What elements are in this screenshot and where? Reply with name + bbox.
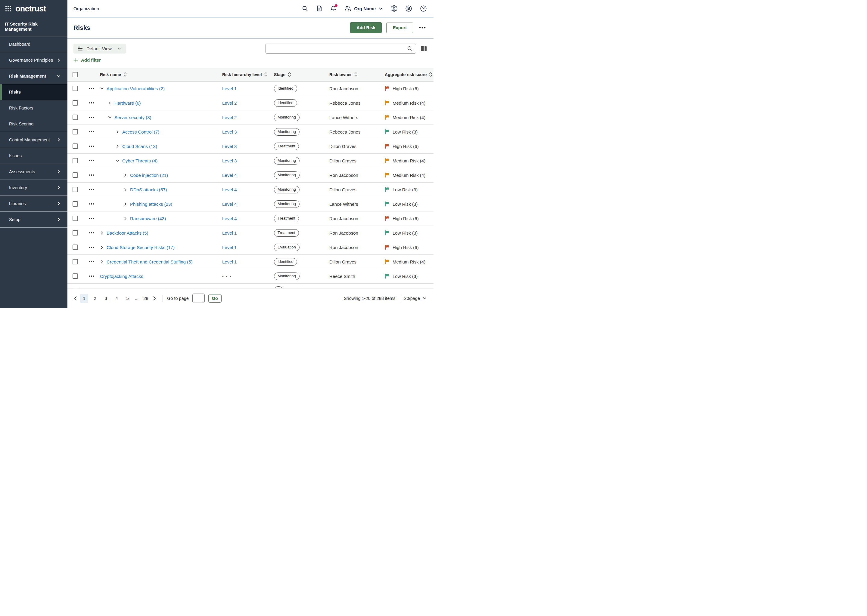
column-header-aggregate-risk-score[interactable]: Aggregate risk score xyxy=(385,72,434,77)
hierarchy-level-link[interactable]: Level 3 xyxy=(222,158,236,163)
sidebar-item-risks[interactable]: Risks xyxy=(0,84,68,100)
global-search-icon[interactable] xyxy=(302,5,308,12)
view-selector-dropdown[interactable]: Default View xyxy=(74,44,126,53)
sort-icon[interactable] xyxy=(288,72,291,77)
sidebar-item-inventory[interactable]: Inventory xyxy=(0,180,68,196)
page-number-2[interactable]: 2 xyxy=(91,294,99,303)
row-actions-icon[interactable] xyxy=(88,260,95,263)
row-actions-icon[interactable] xyxy=(88,188,95,191)
row-checkbox[interactable] xyxy=(73,129,78,134)
previous-page-icon[interactable] xyxy=(72,294,79,302)
hierarchy-level-link[interactable]: Level 1 xyxy=(222,245,236,250)
row-actions-icon[interactable] xyxy=(88,274,95,278)
risk-name-link[interactable]: Hardware (6) xyxy=(114,101,141,105)
risk-name-link[interactable]: Access Control (7) xyxy=(122,129,159,134)
row-actions-icon[interactable] xyxy=(88,245,95,249)
expand-chevron-right-icon[interactable] xyxy=(116,130,120,134)
add-filter-button[interactable]: Add filter xyxy=(74,57,101,63)
next-page-icon[interactable] xyxy=(151,294,158,302)
sidebar-item-issues[interactable]: Issues xyxy=(0,148,68,164)
row-actions-icon[interactable] xyxy=(88,145,95,148)
column-header-risk-name[interactable]: Risk name xyxy=(100,72,222,77)
sort-icon[interactable] xyxy=(354,72,358,77)
sidebar-item-dashboard[interactable]: Dashboard xyxy=(0,36,68,52)
risk-name-link[interactable]: Credential Theft and Credential Stuffing… xyxy=(107,259,192,264)
expand-chevron-right-icon[interactable] xyxy=(100,231,104,235)
expand-chevron-right-icon[interactable] xyxy=(108,101,112,105)
column-header-risk-hierarchy-level[interactable]: Risk hierarchy level xyxy=(222,72,274,77)
row-checkbox[interactable] xyxy=(73,259,78,264)
sort-icon[interactable] xyxy=(264,72,268,77)
page-number-28[interactable]: 28 xyxy=(142,294,150,303)
row-actions-icon[interactable] xyxy=(88,173,95,176)
row-actions-icon[interactable] xyxy=(88,159,95,162)
risk-name-link[interactable]: DDoS attacks (57) xyxy=(130,187,167,192)
hierarchy-level-link[interactable]: Level 1 xyxy=(222,86,236,91)
hierarchy-level-link[interactable]: Level 4 xyxy=(222,173,236,178)
column-header-risk-owner[interactable]: Risk owner xyxy=(329,72,385,77)
collapse-chevron-down-icon[interactable] xyxy=(108,115,112,119)
row-checkbox[interactable] xyxy=(73,245,78,250)
settings-gear-icon[interactable] xyxy=(391,5,397,12)
page-number-1[interactable]: 1 xyxy=(80,294,88,303)
row-checkbox[interactable] xyxy=(73,201,78,207)
hierarchy-level-link[interactable]: Level 3 xyxy=(222,144,236,149)
risk-name-link[interactable]: Server security (3) xyxy=(114,115,151,120)
page-number-5[interactable]: 5 xyxy=(123,294,132,303)
hierarchy-level-link[interactable]: Level 3 xyxy=(222,129,236,134)
risk-name-link[interactable]: Code injection (21) xyxy=(130,173,168,178)
table-search-input[interactable] xyxy=(265,44,416,53)
search-icon[interactable] xyxy=(407,46,413,53)
risk-name-link[interactable]: Cryptojacking Attacks xyxy=(100,274,143,279)
org-switcher[interactable]: Org Name xyxy=(344,5,383,11)
account-person-icon[interactable] xyxy=(405,5,412,12)
go-to-page-input[interactable] xyxy=(192,294,205,303)
tasks-document-icon[interactable] xyxy=(316,5,322,12)
row-checkbox[interactable] xyxy=(73,158,78,163)
row-checkbox[interactable] xyxy=(73,115,78,120)
risk-name-link[interactable]: Cyber Threats (4) xyxy=(122,158,158,163)
hierarchy-level-link[interactable]: Level 4 xyxy=(222,187,236,192)
row-checkbox[interactable] xyxy=(73,172,78,178)
expand-chevron-right-icon[interactable] xyxy=(123,217,127,220)
row-actions-icon[interactable] xyxy=(88,231,95,234)
row-actions-icon[interactable] xyxy=(88,217,95,220)
hierarchy-level-link[interactable]: Level 4 xyxy=(222,216,236,221)
page-number-3[interactable]: 3 xyxy=(102,294,110,303)
collapse-chevron-down-icon[interactable] xyxy=(116,159,120,163)
risk-name-link[interactable]: Application Vulnerabilities (2) xyxy=(107,86,165,91)
hierarchy-level-link[interactable]: Level 4 xyxy=(222,201,236,207)
sort-icon[interactable] xyxy=(429,72,432,77)
row-actions-icon[interactable] xyxy=(88,130,95,133)
expand-chevron-right-icon[interactable] xyxy=(100,245,104,249)
help-icon[interactable] xyxy=(420,5,427,12)
row-actions-icon[interactable] xyxy=(88,101,95,104)
risk-name-link[interactable]: Phishing attacks (23) xyxy=(130,201,172,207)
select-all-checkbox[interactable] xyxy=(73,72,78,77)
sidebar-item-libraries[interactable]: Libraries xyxy=(0,196,68,212)
page-size-selector[interactable]: 20/page xyxy=(404,296,427,301)
row-checkbox[interactable] xyxy=(73,143,78,149)
expand-chevron-right-icon[interactable] xyxy=(116,145,120,148)
row-checkbox[interactable] xyxy=(73,100,78,105)
hierarchy-level-link[interactable]: Level 2 xyxy=(222,115,236,120)
sidebar-item-risk-management[interactable]: Risk Management xyxy=(0,68,68,84)
add-risk-button[interactable]: Add Risk xyxy=(350,22,382,33)
sort-icon[interactable] xyxy=(123,72,127,77)
hierarchy-level-link[interactable]: Level 1 xyxy=(222,259,236,264)
sidebar-item-setup[interactable]: Setup xyxy=(0,212,68,228)
risk-name-link[interactable]: Ransomware (43) xyxy=(130,216,166,221)
column-header-stage[interactable]: Stage xyxy=(274,72,329,77)
export-button[interactable]: Export xyxy=(386,22,413,33)
expand-chevron-right-icon[interactable] xyxy=(123,188,127,192)
page-number-4[interactable]: 4 xyxy=(113,294,121,303)
risk-name-link[interactable]: Cloud Scans (13) xyxy=(122,144,157,149)
hierarchy-level-link[interactable]: Level 2 xyxy=(222,101,236,105)
risk-name-link[interactable]: Cloud Storage Security Risks (17) xyxy=(107,245,175,250)
hierarchy-level-link[interactable]: Level 1 xyxy=(222,230,236,236)
manage-columns-icon[interactable] xyxy=(421,46,427,52)
sidebar-item-governance-principles[interactable]: Governance Principles xyxy=(0,52,68,68)
sidebar-item-risk-factors[interactable]: Risk Factors xyxy=(0,100,68,116)
expand-chevron-right-icon[interactable] xyxy=(100,260,104,264)
sidebar-item-risk-scoring[interactable]: Risk Scoring xyxy=(0,116,68,132)
